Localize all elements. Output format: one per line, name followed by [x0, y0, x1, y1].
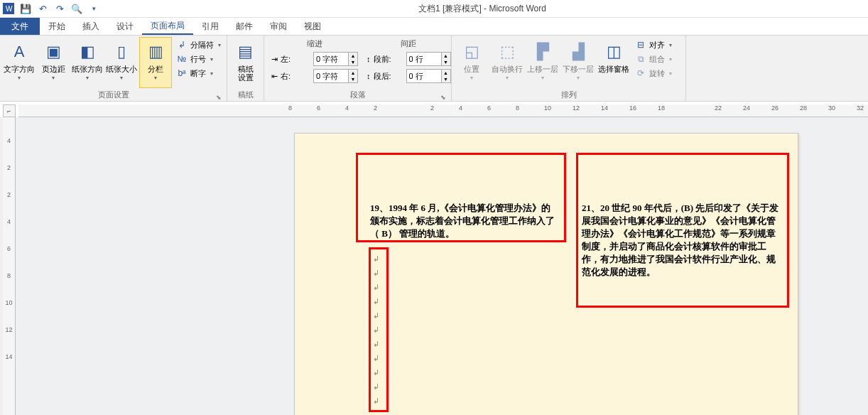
spin-down-icon[interactable]: ▼: [349, 59, 357, 65]
ruler-tick: 12: [573, 104, 601, 112]
chevron-down-icon: ▾: [154, 75, 157, 81]
chevron-down-icon: ▾: [577, 75, 580, 81]
spin-down-icon[interactable]: ▼: [349, 76, 357, 82]
hyphenation-icon: bª: [176, 68, 188, 79]
line-numbers-icon: №: [176, 53, 188, 65]
align-button[interactable]: ⊟对齐▾: [632, 38, 675, 51]
tab-page-layout[interactable]: 页面布局: [142, 18, 193, 35]
ruler-tick: 18: [658, 104, 686, 112]
chevron-down-icon: ▾: [541, 75, 544, 81]
margins-button[interactable]: ▣ 页边距 ▾: [37, 37, 70, 88]
qat-more-icon[interactable]: ▾: [88, 3, 99, 14]
ruler-corner[interactable]: ⌐: [3, 104, 16, 117]
spacing-before-spinner[interactable]: ▲▼: [406, 52, 451, 66]
hyphenation-button[interactable]: bª断字▾: [173, 67, 224, 80]
spin-up-icon[interactable]: ▲: [442, 53, 450, 59]
group-icon: ⧉: [635, 53, 646, 65]
ruler-tick: 8: [288, 104, 317, 112]
group-button[interactable]: ⧉组合▾: [632, 53, 675, 65]
ruler-tick: 16: [629, 104, 658, 112]
breaks-button[interactable]: ↲分隔符▾: [173, 38, 224, 51]
dialog-launcher-icon[interactable]: ⬊: [215, 92, 222, 99]
size-button[interactable]: ▯ 纸张大小 ▾: [105, 37, 138, 88]
ruler-tick: 4: [345, 104, 374, 112]
spin-up-icon[interactable]: ▲: [442, 70, 450, 76]
tab-file[interactable]: 文件: [0, 18, 40, 35]
indent-left-spinner[interactable]: ▲▼: [313, 52, 358, 66]
chevron-down-icon: ▾: [218, 42, 221, 48]
manuscript-settings-button[interactable]: ▤ 稿纸 设置: [230, 37, 261, 88]
ruler-tick: 2: [3, 164, 15, 171]
tab-home[interactable]: 开始: [40, 18, 74, 35]
bring-forward-button[interactable]: ▛上移一层▾: [526, 37, 560, 88]
spin-up-icon[interactable]: ▲: [349, 70, 357, 76]
spacing-before-input[interactable]: [407, 55, 441, 63]
horizontal-ruler[interactable]: 8642246810121416182224262830323436384042…: [18, 104, 868, 117]
dialog-launcher-icon[interactable]: ⬊: [440, 92, 447, 99]
ruler-tick: [402, 104, 430, 112]
redo-icon[interactable]: ↷: [54, 3, 65, 14]
tab-mailings[interactable]: 邮件: [227, 18, 261, 35]
ruler-tick: 24: [743, 104, 771, 112]
indent-right-spinner[interactable]: ▲▼: [313, 69, 358, 83]
chevron-down-icon: ▾: [669, 42, 672, 48]
tab-design[interactable]: 设计: [108, 18, 142, 35]
columns-button[interactable]: ▥ 分栏 ▾: [139, 37, 172, 88]
tab-references[interactable]: 引用: [193, 18, 227, 35]
vertical-ruler[interactable]: 422468101214: [3, 117, 16, 415]
ruler-tick: 4: [3, 218, 15, 225]
chevron-down-icon: ▾: [18, 75, 21, 81]
spin-down-icon[interactable]: ▼: [442, 59, 450, 65]
ruler-tick: 6: [487, 104, 516, 112]
chevron-down-icon: ▾: [470, 75, 473, 81]
wrap-icon: ⬚: [496, 41, 519, 63]
indent-right-icon: ⇤: [271, 72, 278, 81]
orientation-icon: ◧: [76, 41, 99, 63]
save-icon[interactable]: 💾: [20, 3, 31, 14]
chevron-down-icon: ▾: [86, 75, 89, 81]
ruler-tick: 28: [800, 104, 828, 112]
text-direction-icon: A: [8, 41, 31, 63]
orientation-button[interactable]: ◧ 纸张方向 ▾: [71, 37, 104, 88]
spacing-after-spinner[interactable]: ▲▼: [406, 69, 451, 83]
chevron-down-icon: ▾: [669, 56, 672, 63]
document-page[interactable]: 19、1994 年 6 月,《会计电算化管理办法》的颁布实施，标志着会计电算化管…: [294, 133, 798, 415]
document-area: 422468101214 19、1994 年 6 月,《会计电算化管理办法》的颁…: [0, 117, 868, 415]
spacing-before-icon: ↕: [367, 55, 371, 63]
tab-review[interactable]: 审阅: [261, 18, 295, 35]
chevron-down-icon: ▾: [506, 75, 509, 81]
position-icon: ◱: [460, 41, 483, 63]
indent-left-input[interactable]: [314, 55, 348, 63]
bring-forward-icon: ▛: [531, 41, 554, 63]
ruler-tick: 12: [3, 326, 15, 333]
ruler-tick: 6: [3, 245, 15, 252]
manuscript-group-label: 稿纸: [230, 90, 261, 101]
text-direction-button[interactable]: A 文字方向 ▾: [3, 37, 36, 88]
preview-icon[interactable]: 🔍: [71, 3, 82, 14]
send-backward-icon: ▟: [567, 41, 590, 63]
chevron-down-icon: ▾: [52, 75, 55, 81]
rotate-icon: ⟳: [635, 68, 646, 79]
spin-up-icon[interactable]: ▲: [349, 53, 357, 59]
ruler-tick: 8: [3, 272, 15, 279]
wrap-text-button[interactable]: ⬚自动换行▾: [490, 37, 524, 88]
paragraph-marks: ↲↲↲↲↲↲↲↲↲↲↲: [373, 252, 379, 408]
position-button[interactable]: ◱位置▾: [455, 37, 489, 88]
undo-icon[interactable]: ↶: [37, 3, 48, 14]
spin-down-icon[interactable]: ▼: [442, 76, 450, 82]
tab-view[interactable]: 视图: [295, 18, 330, 35]
line-numbers-button[interactable]: №行号▾: [173, 53, 224, 65]
indent-right-input[interactable]: [314, 72, 348, 80]
svg-text:W: W: [6, 5, 13, 13]
document-text-col1[interactable]: 19、1994 年 6 月,《会计电算化管理办法》的颁布实施，标志着会计电算化管…: [370, 202, 559, 240]
indent-label: 缩进: [271, 38, 358, 49]
send-backward-button[interactable]: ▟下移一层▾: [561, 37, 595, 88]
ruler-tick: 26: [771, 104, 800, 112]
rotate-button[interactable]: ⟳旋转▾: [632, 67, 675, 80]
document-text-col2[interactable]: 21、20 世纪 90 年代后，(B) 先后印发了《关于发展我国会计电算化事业的…: [582, 202, 783, 279]
ruler-tick: 2: [430, 104, 459, 112]
spacing-after-input[interactable]: [407, 72, 441, 80]
page-setup-group-label: 页面设置: [98, 90, 129, 99]
tab-insert[interactable]: 插入: [74, 18, 108, 35]
selection-pane-button[interactable]: ◫选择窗格: [597, 37, 631, 88]
